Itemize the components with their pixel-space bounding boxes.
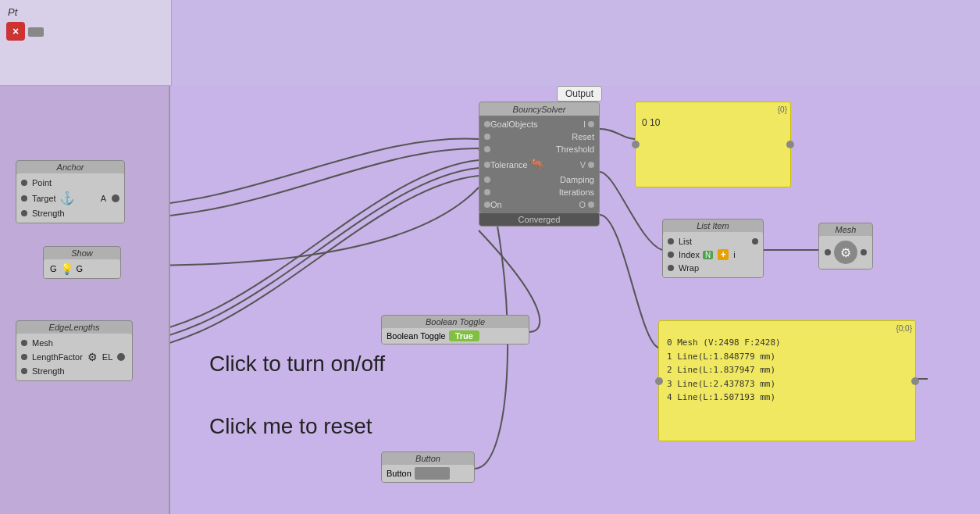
edge-row-strength: Strength (21, 365, 127, 377)
solver-row-on: On O (479, 198, 599, 211)
listitem-wrap-connector (668, 265, 674, 271)
solver-reset-label: Reset (572, 132, 594, 141)
mesh-body: ⚙ (819, 236, 872, 269)
edge-body: Mesh LengthFactor ⚙ EL Strength (16, 334, 132, 380)
anchor-target-icon: ⚓ (59, 191, 75, 205)
show-G-right: G (77, 264, 84, 273)
solver-reset-connector (484, 134, 490, 140)
solver-damping-connector (484, 177, 490, 183)
solver-iterations-connector (484, 189, 490, 195)
click-text-on-off: Click to turn on/off (209, 352, 385, 377)
listitem-i-label: i (733, 250, 735, 259)
bool-value-badge[interactable]: True (449, 330, 479, 341)
yellow-bottom-connector-right (911, 377, 919, 385)
button-node: Button Button (381, 452, 475, 483)
solver-title: BouncySolver (479, 102, 599, 116)
output-label: Output (557, 86, 602, 102)
mesh-node: Mesh ⚙ (818, 223, 873, 269)
mesh-title: Mesh (819, 223, 872, 234)
yellow-bottom-panel: {0;0} 0 Mesh (V:2498 F:2428) 1 Line(L:1.… (658, 320, 916, 441)
solver-row-damping: Damping (479, 173, 599, 186)
solver-V-connector (588, 162, 594, 168)
yellow-bottom-connector-left (655, 377, 663, 385)
solver-I-label: I (583, 120, 586, 129)
main-canvas: Output {0} 0 10 BouncySolver GoalObjects… (170, 86, 980, 514)
bouncysolver-node: BouncySolver GoalObjects I Reset Thresho… (479, 102, 600, 227)
listitem-wrap-label: Wrap (679, 263, 699, 273)
solver-O-label: O (579, 200, 586, 209)
anchor-target-label: Target (32, 194, 56, 203)
yellow-top-header: {0} (639, 105, 787, 114)
yellow-top-panel: {0} 0 10 (635, 102, 791, 187)
solver-kangaroo-icon: 🦘 (529, 157, 545, 172)
solver-row-tolerance: Tolerance 🦘 V (479, 155, 599, 173)
show-bulb-icon: 💡 (60, 262, 73, 275)
listitem-title: List Item (663, 220, 763, 230)
yellow-top-connector-right (786, 141, 794, 148)
show-node: Show G 💡 G (43, 246, 121, 279)
yellow-bottom-item-1: 1 Line(L:1.848779 mm) (667, 350, 907, 364)
edge-mesh-label: Mesh (32, 338, 53, 348)
anchor-strength-connector-left (21, 210, 27, 216)
close-button[interactable]: × (6, 22, 25, 41)
anchor-title: Anchor (16, 161, 124, 172)
anchor-node: Anchor Point Target ⚓ A Strength (16, 160, 125, 223)
edge-lf-label: LengthFactor (32, 352, 83, 362)
solver-on-connector (484, 202, 490, 208)
solver-on-label: On (490, 200, 502, 209)
listitem-row-index: Index N + i (668, 248, 758, 262)
yellow-bottom-item-3: 3 Line(L:2.437873 mm) (667, 377, 907, 391)
button-title: Button (382, 452, 474, 463)
listitem-plus-icon: + (718, 249, 729, 260)
click-text-reset: Click me to reset (209, 414, 372, 439)
edge-grid-icon: ⚙ (87, 351, 98, 363)
button-rect[interactable] (415, 467, 450, 480)
edge-title: EdgeLengths (16, 321, 132, 332)
listitem-index-label: Index (679, 250, 700, 259)
anchor-target-connector-right (112, 195, 119, 202)
yellow-bottom-item-2: 2 Line(L:1.837947 mm) (667, 363, 907, 377)
solver-O-connector (588, 202, 594, 208)
yellow-top-connector-left (632, 141, 640, 148)
yellow-bottom-list: 0 Mesh (V:2498 F:2428) 1 Line(L:1.848779… (662, 333, 912, 408)
solver-iterations-label: Iterations (559, 187, 594, 197)
bool-body: Boolean Toggle True (382, 328, 529, 344)
solver-row-reset: Reset (479, 130, 599, 143)
mesh-connector-right (861, 249, 867, 255)
listitem-node: List Item List Index N + i Wrap (662, 219, 764, 278)
anchor-point-connector-left (21, 180, 27, 186)
show-G-left: G (50, 264, 57, 273)
mesh-icon: ⚙ (834, 241, 857, 264)
anchor-row-point: Point (21, 177, 119, 189)
solver-tolerance-label: Tolerance (490, 160, 528, 170)
show-title: Show (44, 247, 120, 258)
yellow-bottom-item-4: 4 Line(L:1.507193 mm) (667, 391, 907, 405)
show-body: G 💡 G (44, 259, 120, 278)
edge-EL-connector (117, 353, 125, 361)
listitem-index-connector (668, 252, 674, 258)
top-bar: Pt × (0, 0, 172, 86)
listitem-N-badge: N (703, 251, 713, 259)
listitem-row-wrap: Wrap (668, 262, 758, 274)
anchor-point-label: Point (32, 178, 52, 187)
yellow-top-content: 0 10 (639, 114, 787, 131)
solver-row-goalobjects: GoalObjects I (479, 118, 599, 130)
edge-EL-label: EL (102, 352, 112, 362)
edge-strength-connector (21, 368, 27, 374)
anchor-A-label: A (101, 194, 106, 203)
listitem-list-label: List (679, 237, 692, 246)
button-body: Button (382, 465, 474, 482)
mesh-connector-left (825, 249, 831, 255)
anchor-target-connector-left (21, 195, 27, 202)
bool-title: Boolean Toggle (382, 316, 529, 327)
solver-go-label: GoalObjects (490, 120, 538, 129)
solver-threshold-connector (484, 146, 490, 152)
edge-mesh-connector (21, 340, 27, 346)
solver-tolerance-connector (484, 162, 490, 168)
solver-go-connector (484, 121, 490, 127)
bool-toggle-node: Boolean Toggle Boolean Toggle True (381, 315, 529, 344)
anchor-row-target: Target ⚓ A (21, 189, 119, 207)
pt-label: Pt (8, 6, 17, 18)
anchor-row-strength: Strength (21, 207, 119, 220)
listitem-list-connector (668, 238, 674, 245)
